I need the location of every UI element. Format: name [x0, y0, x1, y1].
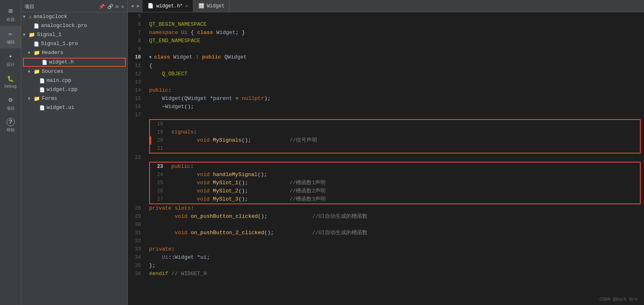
folder-icon: 📁: [34, 95, 40, 102]
project-label: 项目: [7, 106, 15, 111]
line-content-28: private slots:: [146, 204, 644, 212]
file-icon: 📄: [42, 60, 48, 65]
folder-icon: 📁: [34, 50, 40, 56]
line-num-26: 26: [150, 187, 168, 195]
arrow-icon: ▼: [28, 51, 34, 55]
line-content-15: Widget(QWidget *parent = nullptr);: [146, 95, 644, 103]
line-content-8: QT_END_NAMESPACE: [146, 37, 644, 45]
line-content-7: namespace Ui { class Widget; }: [146, 29, 644, 37]
tree-header: 项目 📌 🔗 ⊟ ✕: [21, 2, 127, 12]
sidebar-icon-welcome[interactable]: ⊞ 欢迎: [0, 3, 21, 26]
pin-icon[interactable]: 📌: [99, 4, 105, 10]
line-num-27: 27: [150, 195, 168, 203]
code-line-9: 9: [128, 45, 644, 53]
folder-icon: 📁: [29, 32, 35, 38]
code-line-23: 23 public:: [150, 163, 640, 171]
code-line-16: 16 ~Widget();: [128, 103, 644, 111]
sidebar-icon-design[interactable]: ✦ 设计: [0, 48, 21, 71]
debug-label: Debug: [4, 84, 16, 89]
code-line-27: 27 void MySlot_3(); //槽函数3声明: [150, 195, 640, 203]
code-line-31: 31 void on_pushButton_2_clicked(); //UI自…: [128, 229, 644, 237]
line-num-33: 33: [128, 245, 146, 253]
tree-header-icons: 📌 🔗 ⊟ ✕: [99, 4, 124, 10]
tab-nav: ◀ ▶: [128, 0, 143, 12]
sidebar-icon-project[interactable]: ⚙ 项目: [0, 92, 21, 115]
tree-item-widget-h[interactable]: 📄 widget.h: [23, 58, 126, 67]
code-line-35: 35 };: [128, 262, 644, 270]
sidebar-icon-debug[interactable]: 🐛 Debug: [0, 71, 21, 92]
tab-widget-h[interactable]: 📄 widget.h* ✕: [143, 0, 193, 12]
sidebar-icon-help[interactable]: ? 帮助: [0, 115, 21, 136]
line-content-34: Ui::Widget *ui;: [146, 253, 644, 262]
edit-label: 编辑: [7, 39, 15, 45]
line-num-12: 12: [128, 70, 146, 78]
tree-item-main-cpp[interactable]: 📄 main.cpp: [21, 76, 127, 85]
link-icon[interactable]: 🔗: [107, 4, 113, 10]
red-box-signals: 18 19 signals: 20 void MySignals(); //信号…: [149, 119, 641, 154]
design-label: 设计: [7, 62, 15, 68]
line-num-21: 21: [150, 145, 168, 153]
tree-item-widget-cpp[interactable]: 📄 widget.cpp: [21, 85, 127, 94]
arrow-icon: ▼: [23, 15, 29, 19]
tab-label: widget.h*: [156, 3, 183, 9]
tree-item-label: Sources: [42, 69, 63, 75]
code-line-22: 22: [128, 154, 644, 162]
code-line-32: 32: [128, 237, 644, 245]
line-content-31: void on_pushButton_2_clicked(); //UI自动生成…: [146, 229, 644, 237]
nav-back-button[interactable]: ◀: [129, 3, 135, 9]
ui-file-icon: 📄: [39, 105, 45, 111]
tree-item-analogclock-pro[interactable]: 📄 analogclock.pro: [21, 21, 127, 30]
tree-item-widget-ui[interactable]: 📄 widget.ui: [21, 103, 127, 112]
file-icon: 📄: [39, 87, 45, 93]
edit-icon: ✏: [6, 29, 15, 38]
code-line-14: 14 public:: [128, 86, 644, 95]
line-content-20: void MySignals(); //信号声明: [168, 136, 640, 145]
code-line-24: 24 void handleMySignal();: [150, 171, 640, 179]
tree-item-label: Forms: [42, 96, 57, 102]
tree-item-signal1-folder[interactable]: ▼ 📁 Signal_1: [21, 30, 127, 39]
folder-icon: 📁: [34, 68, 40, 75]
code-line-10: 10 ▼ class Widget : public QWidget: [128, 53, 644, 62]
tree-item-analogclock-folder[interactable]: ▼ ⚠ analogclock: [21, 12, 127, 21]
code-line-6: 6 QT_BEGIN_NAMESPACE: [128, 20, 644, 29]
nav-forward-button[interactable]: ▶: [136, 3, 141, 9]
code-line-28: 28 private slots:: [128, 204, 644, 212]
tab-widget[interactable]: 🪟 Widget: [193, 0, 230, 12]
line-num-10: 10: [128, 53, 146, 61]
line-content-27: void MySlot_3(); //槽函数3声明: [168, 195, 640, 203]
line-num-31: 31: [128, 229, 146, 237]
split-icon[interactable]: ⊟: [116, 4, 119, 10]
code-line-17: 17: [128, 111, 644, 119]
file-icon: 📄: [34, 23, 39, 29]
line-num-35: 35: [128, 262, 146, 270]
line-num-6: 6: [128, 20, 146, 29]
code-area[interactable]: 5 6 QT_BEGIN_NAMESPACE 7 namespace Ui { …: [128, 12, 644, 305]
code-line-11: 11 {: [128, 62, 644, 70]
red-box-public: 23 public: 24 void handleMySignal(); 25 …: [149, 162, 641, 204]
tree-item-signal1-pro[interactable]: 📄 Signal_1.pro: [21, 39, 127, 48]
sidebar-icon-edit[interactable]: ✏ 编辑: [0, 26, 21, 48]
tree-item-sources-folder[interactable]: ▼ 📁 Sources: [21, 67, 127, 76]
line-num-5: 5: [128, 12, 146, 20]
line-num-11: 11: [128, 62, 146, 70]
line-num-19: 19: [150, 128, 168, 136]
line-num-8: 8: [128, 37, 146, 45]
file-tree-panel: 项目 📌 🔗 ⊟ ✕ ▼ ⚠ analogclock 📄 analogclock…: [21, 0, 128, 305]
tree-header-title: 项目: [25, 3, 34, 10]
tree-item-headers-folder[interactable]: ▼ 📁 Headers: [21, 48, 127, 57]
close-icon[interactable]: ✕: [121, 4, 124, 10]
tab-bar: ◀ ▶ 📄 widget.h* ✕ 🪟 Widget: [128, 0, 644, 12]
line-content-36: #endif // WIDGET_H: [146, 270, 644, 278]
code-line-12: 12 Q_OBJECT: [128, 70, 644, 78]
debug-icon: 🐛: [6, 74, 15, 83]
tree-item-forms-folder[interactable]: ▼ 📁 Forms: [21, 94, 127, 103]
line-num-24: 24: [150, 171, 168, 179]
line-content-33: private:: [146, 245, 644, 253]
warning-icon: ⚠: [29, 14, 32, 20]
sidebar-icons: ⊞ 欢迎 ✏ 编辑 ✦ 设计 🐛 Debug ⚙ 项目 ? 帮助: [0, 0, 21, 305]
tab-close-button[interactable]: ✕: [185, 3, 188, 9]
welcome-icon: ⊞: [6, 7, 15, 16]
design-icon: ✦: [6, 52, 15, 61]
line-content-29: void on_pushButton_clicked(); //UI自动生成的槽…: [146, 212, 644, 221]
code-line-21: 21: [150, 145, 640, 153]
